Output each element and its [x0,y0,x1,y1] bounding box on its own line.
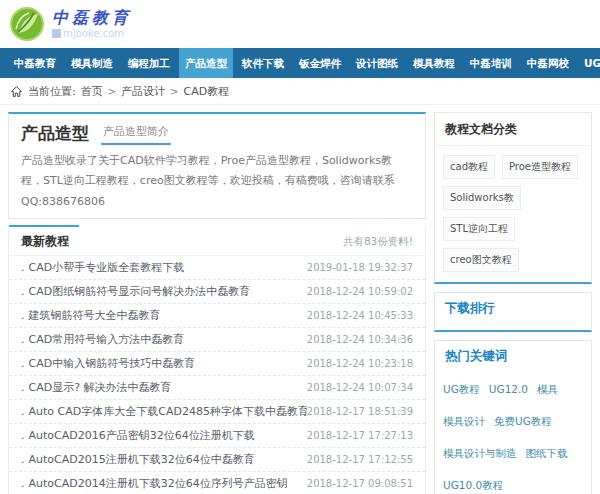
article-link[interactable]: .CAD显示? 解决办法中磊教育 [21,380,172,395]
site-title: 中磊教育 [52,9,132,27]
category-tag[interactable]: STL逆向工程 [443,217,515,241]
keyword-link[interactable]: UG教程 [443,383,480,395]
favicon-square [52,29,61,38]
nav-item-钣金焊件[interactable]: 钣金焊件 [293,48,347,78]
list-count: 共有83份资料! [343,235,413,249]
doc-categories-panel: 教程文档分类 cad教程Proe造型教程Solidworks教STL逆向工程cr… [434,112,592,284]
doc-categories-title: 教程文档分类 [435,113,591,146]
breadcrumb-prefix: 当前位置: [28,84,76,99]
nav-item-中磊培训[interactable]: 中磊培训 [464,48,518,78]
nav-item-中磊网校[interactable]: 中磊网校 [521,48,575,78]
article-date: 2018-12-24 10:45:33 [307,310,413,321]
article-row: .建筑钢筋符号大全中磊教育2018-12-24 10:45:33 [9,304,425,328]
hot-keywords-list: UG教程UG12.0模具模具设计免费UG教程模具设计与制造图纸下载UG10.0教… [435,370,591,494]
article-row: .CAD中输入钢筋符号技巧中磊教育2018-12-24 10:23:18 [9,352,425,376]
breadcrumb-current[interactable]: CAD教程 [184,84,230,99]
keyword-link[interactable]: 模具设计与制造 [443,447,517,459]
article-date: 2018-12-17 09:08:51 [307,478,413,489]
article-link[interactable]: .CAD中输入钢筋符号技巧中磊教育 [21,356,195,371]
category-tag[interactable]: cad教程 [443,155,495,179]
hot-keywords-panel: 热门关键词 UG教程UG12.0模具模具设计免费UG教程模具设计与制造图纸下载U… [434,340,592,494]
article-row: .CAD图纸钢筋符号显示问号解决办法中磊教育2018-12-24 10:59:0… [9,280,425,304]
article-row: .Auto CAD字体库大全下载CAD2485种字体下载中磊教育2018-12-… [9,400,425,424]
nav-item-模具教程[interactable]: 模具教程 [407,48,461,78]
breadcrumb-separator: > [170,86,178,97]
keyword-link[interactable]: 图纸下载 [526,447,568,459]
article-link[interactable]: .建筑钢筋符号大全中磊教育 [21,308,161,323]
site-domain: mjboke.com [52,28,132,39]
nav-item-设计图纸[interactable]: 设计图纸 [350,48,404,78]
category-tag[interactable]: creo图文教程 [443,248,519,272]
article-row: .AutoCAD2015注册机下载32位64位中磊教育2018-12-17 17… [9,448,425,472]
article-link[interactable]: .AutoCAD2015注册机下载32位64位中磊教育 [21,452,255,467]
bullet: . [21,357,25,370]
nav-item-UG教程[interactable]: UG教程 [578,48,600,78]
article-date: 2018-12-24 10:59:02 [307,286,413,297]
category-tag[interactable]: Proe造型教程 [502,155,578,179]
main-nav: 中磊教育模具制造编程加工产品造型软件下载钣金焊件设计图纸模具教程中磊培训中磊网校… [0,48,600,78]
content-column: 产品造型 产品造型简介 产品造型收录了关于CAD软件学习教程，Proe产品造型教… [8,112,426,494]
nav-item-产品造型[interactable]: 产品造型 [179,48,233,78]
article-link[interactable]: .Auto CAD字体库大全下载CAD2485种字体下载中磊教育 [21,404,307,419]
download-rank-title: 下载排行 [435,293,591,322]
list-title: 最新教程 [21,233,69,250]
article-date: 2018-12-17 18:51:39 [307,406,413,417]
bullet: . [21,477,25,490]
bullet: . [21,405,25,418]
article-list-panel: 最新教程 共有83份资料! .CAD小帮手专业版全套教程下载2019-01-18… [8,227,426,494]
article-date: 2019-01-18 19:32:37 [307,262,413,273]
nav-item-中磊教育[interactable]: 中磊教育 [8,48,62,78]
sidebar: 教程文档分类 cad教程Proe造型教程Solidworks教STL逆向工程cr… [434,112,592,494]
article-link[interactable]: .AutoCAD2014注册机下载32位64位序列号产品密钥 [21,476,288,491]
article-row: .CAD显示? 解决办法中磊教育2018-12-24 10:07:34 [9,376,425,400]
breadcrumb-category[interactable]: 产品设计 [121,84,165,99]
download-rank-body [435,322,591,330]
nav-item-软件下载[interactable]: 软件下载 [236,48,290,78]
bullet: . [21,453,25,466]
article-row: .CAD常用符号输入方法中磊教育2018-12-24 10:34:36 [9,328,425,352]
doc-categories-tags: cad教程Proe造型教程Solidworks教STL逆向工程creo图文教程 [435,146,591,282]
category-intro-panel: 产品造型 产品造型简介 产品造型收录了关于CAD软件学习教程，Proe产品造型教… [8,112,426,219]
bullet: . [21,381,25,394]
article-row: .CAD小帮手专业版全套教程下载2019-01-18 19:32:37 [9,256,425,280]
bullet: . [21,285,25,298]
nav-item-模具制造[interactable]: 模具制造 [65,48,119,78]
keyword-link[interactable]: 模具设计 [443,415,485,427]
hot-keywords-title: 热门关键词 [435,341,591,370]
nav-item-编程加工[interactable]: 编程加工 [122,48,176,78]
article-date: 2018-12-24 10:07:34 [307,382,413,393]
main-content: 产品造型 产品造型简介 产品造型收录了关于CAD软件学习教程，Proe产品造型教… [0,105,600,494]
article-date: 2018-12-24 10:34:36 [307,334,413,345]
article-link[interactable]: .CAD图纸钢筋符号显示问号解决办法中磊教育 [21,284,250,299]
page-header: 中磊教育 mjboke.com [0,0,600,48]
category-description: 产品造型收录了关于CAD软件学习教程，Proe产品造型教程，Solidworks… [21,151,413,212]
bullet: . [21,333,25,346]
article-link[interactable]: .CAD小帮手专业版全套教程下载 [21,260,184,275]
breadcrumb-separator: > [108,86,116,97]
keyword-link[interactable]: 模具 [537,383,558,395]
home-icon [10,85,23,98]
bullet: . [21,261,25,274]
site-logo[interactable]: 中磊教育 mjboke.com [10,7,132,41]
keyword-link[interactable]: UG10.0教程 [443,479,503,491]
article-list: .CAD小帮手专业版全套教程下载2019-01-18 19:32:37.CAD图… [9,256,425,494]
breadcrumb: 当前位置: 首页 > 产品设计 > CAD教程 [0,78,600,105]
category-intro-tab[interactable]: 产品造型简介 [101,124,171,145]
category-tag[interactable]: Solidworks教 [443,186,521,210]
article-row: .AutoCAD2016产品密钥32位64位注册机下载2018-12-17 17… [9,424,425,448]
article-row: .AutoCAD2014注册机下载32位64位序列号产品密钥2018-12-17… [9,472,425,494]
breadcrumb-home[interactable]: 首页 [81,84,103,99]
article-link[interactable]: .AutoCAD2016产品密钥32位64位注册机下载 [21,428,255,443]
keyword-link[interactable]: 免费UG教程 [494,415,552,427]
article-date: 2018-12-17 17:27:13 [307,430,413,441]
keyword-link[interactable]: UG12.0 [489,383,528,395]
bullet: . [21,309,25,322]
bullet: . [21,429,25,442]
article-date: 2018-12-17 17:12:55 [307,454,413,465]
article-date: 2018-12-24 10:23:18 [307,358,413,369]
download-rank-panel: 下载排行 [434,292,592,332]
article-link[interactable]: .CAD常用符号输入方法中磊教育 [21,332,184,347]
category-title: 产品造型 [21,122,89,145]
leaf-logo-icon [10,7,44,41]
